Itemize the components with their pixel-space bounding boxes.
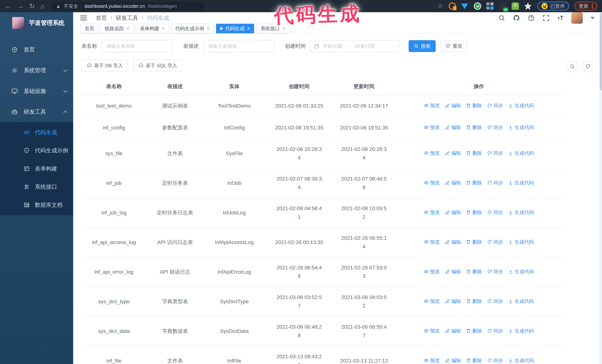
preview-link[interactable]: 预览 xyxy=(424,208,440,217)
preview-link[interactable]: 预览 xyxy=(424,178,440,187)
generate-code-link[interactable]: 生成代码 xyxy=(508,267,534,276)
sync-link[interactable]: 同步 xyxy=(487,238,503,246)
sidebar-collapse-icon[interactable] xyxy=(79,14,88,21)
sidebar-item-codegen[interactable]: 代码生成 xyxy=(0,123,73,141)
paused-extension-badge[interactable]: 已暂停 xyxy=(537,2,569,10)
date-range-picker[interactable]: 开始日期 - 结束日期 xyxy=(310,40,399,52)
generate-code-link[interactable]: 生成代码 xyxy=(508,238,534,246)
sync-link[interactable]: 同步 xyxy=(487,327,503,335)
delete-link[interactable]: 删除 xyxy=(466,208,482,217)
generate-code-link[interactable]: 生成代码 xyxy=(508,208,534,217)
table-desc-input[interactable] xyxy=(203,40,275,52)
sync-link[interactable]: 同步 xyxy=(487,149,503,157)
delete-link[interactable]: 删除 xyxy=(466,123,482,132)
breadcrumb-devtools[interactable]: 研发工具 xyxy=(116,14,138,22)
sidebar-item-devtools[interactable]: 研发工具 xyxy=(0,102,73,122)
breadcrumb-home[interactable]: 首页 xyxy=(96,14,107,22)
import-sql-button[interactable]: 基于 SQL 导入 xyxy=(133,60,183,72)
edit-link[interactable]: 编辑 xyxy=(445,267,461,276)
edit-link[interactable]: 编辑 xyxy=(445,327,461,335)
sync-link[interactable]: 同步 xyxy=(487,101,503,110)
preview-link[interactable]: 预览 xyxy=(424,238,440,246)
close-icon[interactable]: × xyxy=(207,26,210,31)
back-icon[interactable]: ← xyxy=(5,3,11,10)
generate-code-link[interactable]: 生成代码 xyxy=(508,123,534,132)
generate-code-link[interactable]: 生成代码 xyxy=(508,149,534,157)
edit-link[interactable]: 编辑 xyxy=(445,123,461,132)
edit-link[interactable]: 编辑 xyxy=(445,101,461,110)
generate-code-link[interactable]: 生成代码 xyxy=(508,327,534,335)
edit-link[interactable]: 编辑 xyxy=(445,356,461,364)
sidebar-item-infra[interactable]: 基础设施 xyxy=(0,81,73,102)
delete-link[interactable]: 删除 xyxy=(466,238,482,246)
end-date-placeholder[interactable]: 结束日期 xyxy=(355,43,375,49)
forward-icon[interactable]: → xyxy=(17,3,24,10)
extension-icon-check[interactable] xyxy=(474,2,481,10)
edit-link[interactable]: 编辑 xyxy=(445,208,461,217)
kebab-menu-icon[interactable] xyxy=(592,4,593,9)
preview-link[interactable]: 预览 xyxy=(424,101,440,110)
logo[interactable]: 芋道管理系统 xyxy=(0,12,73,34)
extension-icon-switch[interactable] xyxy=(499,2,506,10)
edit-link[interactable]: 编辑 xyxy=(445,149,461,157)
home-icon[interactable]: ⌂ xyxy=(40,3,44,10)
edit-link[interactable]: 编辑 xyxy=(445,297,461,305)
search-button[interactable]: 搜索 xyxy=(408,40,436,52)
generate-code-link[interactable]: 生成代码 xyxy=(508,297,534,305)
preview-link[interactable]: 预览 xyxy=(424,149,440,157)
avatar[interactable] xyxy=(571,12,583,24)
delete-link[interactable]: 删除 xyxy=(466,178,482,187)
sidebar-item-system-api[interactable]: 系统接口 xyxy=(0,178,73,196)
delete-link[interactable]: 删除 xyxy=(466,267,482,276)
start-date-placeholder[interactable]: 开始日期 xyxy=(323,43,342,49)
help-icon[interactable] xyxy=(528,14,535,21)
bookmark-star-icon[interactable]: ☆ xyxy=(437,2,443,10)
close-icon[interactable]: × xyxy=(127,26,129,31)
delete-link[interactable]: 删除 xyxy=(466,149,482,157)
delete-link[interactable]: 删除 xyxy=(466,101,482,110)
tab-代码生成示例[interactable]: 代码生成示例× xyxy=(171,24,214,33)
sync-link[interactable]: 同步 xyxy=(487,178,503,187)
sync-link[interactable]: 同步 xyxy=(487,208,503,217)
preview-link[interactable]: 预览 xyxy=(424,297,440,305)
refresh-button[interactable] xyxy=(582,61,594,72)
tab-表单构建[interactable]: 表单构建× xyxy=(136,24,169,33)
extension-icon-puzzle[interactable] xyxy=(524,2,532,10)
close-icon[interactable]: × xyxy=(162,26,165,31)
extension-icon-grid[interactable] xyxy=(486,2,494,10)
import-db-button[interactable]: 基于 DB 导入 xyxy=(82,60,128,72)
table-name-input[interactable] xyxy=(101,40,173,52)
extension-icon-orange[interactable] xyxy=(449,2,456,10)
extension-icon-person[interactable] xyxy=(512,2,519,10)
sync-link[interactable]: 同步 xyxy=(487,356,503,364)
sidebar-item-system[interactable]: 系统管理 xyxy=(0,60,73,81)
sidebar-item-home[interactable]: 首页 xyxy=(0,39,73,60)
edit-link[interactable]: 编辑 xyxy=(445,238,461,246)
generate-code-link[interactable]: 生成代码 xyxy=(508,178,534,187)
preview-link[interactable]: 预览 xyxy=(424,356,440,364)
sync-link[interactable]: 同步 xyxy=(487,123,503,132)
security-label[interactable]: 不安全 xyxy=(64,3,78,10)
reset-button[interactable]: 重置 xyxy=(441,40,468,52)
delete-link[interactable]: 删除 xyxy=(466,297,482,305)
caret-down-icon[interactable] xyxy=(591,17,595,19)
sidebar-item-db-doc[interactable]: 数据库文档 xyxy=(0,196,73,214)
tab-链路追踪[interactable]: 链路追踪× xyxy=(101,24,134,33)
reload-icon[interactable]: ↻ xyxy=(29,3,35,10)
tab-首页[interactable]: 首页 xyxy=(81,24,98,33)
sync-link[interactable]: 同步 xyxy=(487,297,503,305)
delete-link[interactable]: 删除 xyxy=(466,327,482,335)
preview-link[interactable]: 预览 xyxy=(424,327,440,335)
page-scrollbar[interactable] xyxy=(599,12,602,364)
preview-link[interactable]: 预览 xyxy=(424,123,440,132)
delete-link[interactable]: 删除 xyxy=(466,356,482,364)
generate-code-link[interactable]: 生成代码 xyxy=(508,101,534,110)
fullscreen-icon[interactable] xyxy=(543,14,549,21)
sidebar-item-codegen-example[interactable]: 代码生成示例 xyxy=(0,141,73,160)
browser-update-button[interactable]: 更新 xyxy=(575,2,597,10)
search-icon[interactable] xyxy=(498,14,505,21)
preview-link[interactable]: 预览 xyxy=(424,267,440,276)
tab-代码生成[interactable]: 代码生成× xyxy=(216,24,254,33)
sidebar-item-form-builder[interactable]: 表单构建 xyxy=(0,160,73,178)
generate-code-link[interactable]: 生成代码 xyxy=(508,356,534,364)
